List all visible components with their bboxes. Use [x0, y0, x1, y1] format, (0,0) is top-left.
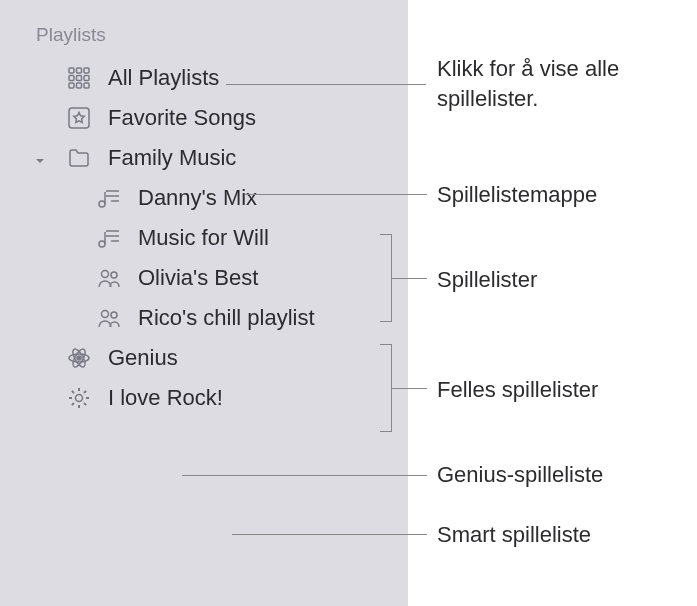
leader-line [392, 388, 427, 389]
sidebar-item-favorite-songs[interactable]: Favorite Songs [0, 98, 408, 138]
bracket [380, 234, 392, 322]
sidebar-item-dannys-mix[interactable]: Danny's Mix [0, 178, 408, 218]
svg-rect-4 [77, 76, 82, 81]
sidebar-item-label: Genius [108, 345, 178, 371]
sidebar-item-label: Olivia's Best [138, 265, 258, 291]
svg-point-21 [111, 312, 117, 318]
sidebar-item-label: All Playlists [108, 65, 219, 91]
sidebar-item-label: Favorite Songs [108, 105, 256, 131]
leader-line [232, 534, 427, 535]
gear-icon [64, 385, 94, 411]
playlists-section-header: Playlists [0, 24, 408, 46]
annotation-genius: Genius-spilleliste [437, 460, 603, 490]
svg-point-17 [99, 241, 105, 247]
sidebar-item-ricos-chill[interactable]: Rico's chill playlist [0, 298, 408, 338]
star-icon [64, 105, 94, 131]
sidebar-item-genius[interactable]: Genius [0, 338, 408, 378]
folder-icon [64, 145, 94, 171]
annotation-playlists: Spillelister [437, 265, 537, 295]
annotation-folder: Spillelistemappe [437, 180, 597, 210]
svg-point-20 [102, 311, 109, 318]
svg-point-19 [111, 272, 117, 278]
svg-rect-8 [84, 83, 89, 88]
sidebar-item-family-music[interactable]: Family Music [0, 138, 408, 178]
sidebar-item-label: Music for Will [138, 225, 269, 251]
svg-rect-2 [84, 68, 89, 73]
people-icon [94, 305, 124, 331]
playlist-icon [94, 185, 124, 211]
sidebar-item-all-playlists[interactable]: All Playlists [0, 58, 408, 98]
svg-point-13 [99, 201, 105, 207]
leader-line [226, 84, 426, 85]
leader-line [245, 194, 427, 195]
svg-rect-6 [69, 83, 74, 88]
svg-rect-1 [77, 68, 82, 73]
sidebar: Playlists All Playlists Favorite Songs F… [0, 0, 408, 606]
svg-rect-7 [77, 83, 82, 88]
leader-line [182, 475, 427, 476]
sidebar-item-i-love-rock[interactable]: I love Rock! [0, 378, 408, 418]
annotation-smart: Smart spilleliste [437, 520, 591, 550]
svg-point-18 [102, 271, 109, 278]
svg-rect-0 [69, 68, 74, 73]
atom-icon [64, 345, 94, 371]
svg-point-22 [77, 356, 81, 360]
leader-line [392, 278, 427, 279]
svg-point-26 [76, 395, 83, 402]
sidebar-item-label: Danny's Mix [138, 185, 257, 211]
sidebar-item-music-for-will[interactable]: Music for Will [0, 218, 408, 258]
bracket [380, 344, 392, 432]
svg-rect-5 [84, 76, 89, 81]
sidebar-item-label: I love Rock! [108, 385, 223, 411]
chevron-down-icon[interactable] [32, 149, 50, 167]
people-icon [94, 265, 124, 291]
sidebar-item-label: Family Music [108, 145, 236, 171]
annotation-all-playlists: Klikk for å vise alle spillelister. [437, 54, 657, 113]
annotation-shared: Felles spillelister [437, 375, 598, 405]
playlist-icon [94, 225, 124, 251]
sidebar-item-olivias-best[interactable]: Olivia's Best [0, 258, 408, 298]
svg-rect-3 [69, 76, 74, 81]
grid-icon [64, 65, 94, 91]
sidebar-item-label: Rico's chill playlist [138, 305, 315, 331]
